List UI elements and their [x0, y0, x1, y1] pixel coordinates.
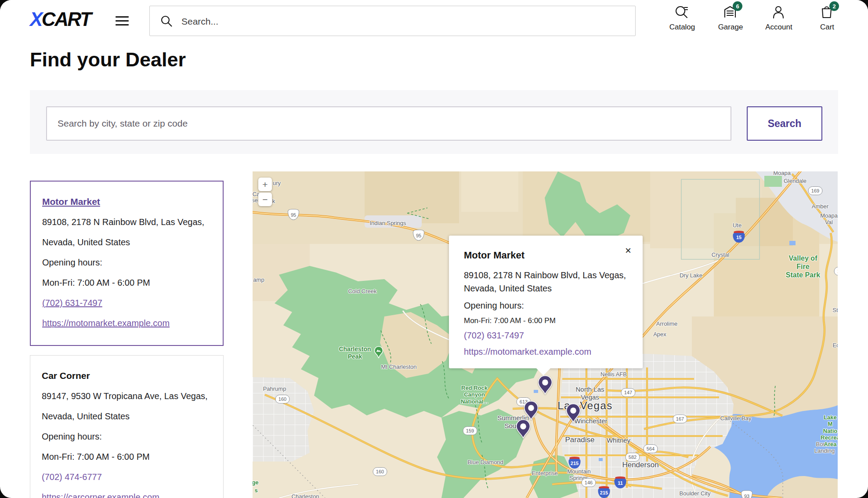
- dealer-search-button[interactable]: Search: [747, 106, 822, 141]
- xcart-logo[interactable]: XCART: [30, 10, 90, 29]
- dealer-hours: Mon-Fri: 7:00 AM - 6:00 PM: [42, 452, 212, 462]
- dealer-search-panel: Search: [30, 90, 838, 154]
- map[interactable]: + − Indian SpringsCold CreekMt Charlesto…: [253, 171, 838, 498]
- dealer-name-link[interactable]: Motor Market: [42, 196, 100, 207]
- dealer-address-line1: 89147, 9530 W Tropicana Ave, Las Vegas,: [42, 391, 212, 401]
- cart-icon: 2: [819, 5, 835, 20]
- route-shield-167: 167: [673, 414, 687, 423]
- nav-item-cart[interactable]: 2Cart: [813, 5, 842, 32]
- dealer-list: Motor Market89108, 2178 N Rainbow Blvd, …: [30, 181, 224, 498]
- dealer-hours-label: Opening hours:: [42, 258, 211, 268]
- dealer-name-link[interactable]: Car Corner: [42, 371, 90, 381]
- popup-tail: [536, 368, 551, 375]
- nav-item-garage[interactable]: 6Garage: [716, 5, 745, 32]
- zoom-out-button[interactable]: −: [258, 193, 272, 206]
- route-shield-169: 169: [808, 186, 823, 195]
- map-info-popup: × Motor Market 89108, 2178 N Rainbow Blv…: [449, 236, 643, 368]
- dealer-hours-label: Opening hours:: [42, 432, 212, 442]
- mountain-peak-icon: [374, 346, 383, 360]
- top-bar: XCART Catalog6GarageAccount2Cart: [0, 0, 868, 43]
- catalog-icon: [674, 5, 690, 20]
- zoom-in-button[interactable]: +: [258, 178, 272, 191]
- global-search: [149, 6, 636, 36]
- route-shield-564: 564: [644, 444, 658, 453]
- dealer-address-line1: 89108, 2178 N Rainbow Blvd, Las Vegas,: [42, 217, 211, 227]
- popup-dealer-name: Motor Market: [464, 250, 628, 261]
- route-shield-159: 159: [463, 426, 477, 435]
- nav-item-catalog[interactable]: Catalog: [668, 5, 697, 32]
- map-zoom-controls: + −: [258, 178, 272, 206]
- global-search-input[interactable]: [181, 6, 622, 36]
- dealer-hours: Mon-Fri: 7:00 AM - 6:00 PM: [42, 278, 211, 288]
- dealer-phone-link[interactable]: (702) 631-7497: [42, 298, 211, 308]
- route-shield-160: 160: [373, 467, 387, 476]
- dealer-locator-page: XCART Catalog6GarageAccount2Cart Find yo…: [0, 0, 868, 498]
- map-pin-1[interactable]: [538, 375, 553, 396]
- route-shield-146: 146: [582, 478, 596, 487]
- header-nav: Catalog6GarageAccount2Cart: [668, 5, 842, 32]
- dealer-website-link[interactable]: https://carcorner.example.com: [42, 492, 212, 498]
- dealer-address-line2: Nevada, United States: [42, 237, 211, 247]
- popup-address-line2: Nevada, United States: [464, 284, 552, 293]
- nav-badge: 2: [829, 1, 839, 11]
- logo-x: X: [30, 8, 42, 30]
- dealer-search-input[interactable]: [46, 106, 731, 141]
- map-pin-2[interactable]: [524, 401, 539, 422]
- map-pin-3[interactable]: [566, 403, 581, 425]
- route-shield-160: 160: [275, 395, 290, 403]
- popup-dealer-address: 89108, 2178 N Rainbow Blvd, Las Vegas,Ne…: [464, 269, 628, 295]
- search-icon: [160, 15, 173, 29]
- hamburger-menu-icon[interactable]: [116, 16, 129, 27]
- nav-item-label: Garage: [718, 23, 743, 32]
- account-icon: [771, 5, 787, 20]
- dealer-website-link[interactable]: https://motomarket.example.com: [42, 318, 211, 328]
- popup-address-line1: 89108, 2178 N Rainbow Blvd, Las Vegas,: [464, 270, 626, 280]
- page-title: Find your Dealer: [30, 48, 186, 71]
- nav-item-label: Account: [765, 23, 792, 32]
- dealer-address-line2: Nevada, United States: [42, 411, 212, 422]
- popup-hours-value: Mon-Fri: 7:00 AM - 6:00 PM: [464, 316, 628, 325]
- route-shield-582: 582: [626, 453, 640, 462]
- dealer-phone-link[interactable]: (702) 474-6777: [42, 472, 212, 482]
- popup-close-icon[interactable]: ×: [625, 245, 631, 256]
- route-shield-93: 93: [741, 491, 752, 498]
- map-pin-4[interactable]: [516, 419, 531, 440]
- route-shield-147: 147: [621, 388, 636, 397]
- dealer-card[interactable]: Motor Market89108, 2178 N Rainbow Blvd, …: [30, 181, 224, 346]
- popup-hours-label: Opening hours:: [464, 301, 628, 311]
- popup-website-link[interactable]: https://motomarket.example.com: [464, 347, 628, 357]
- dealer-card[interactable]: Car Corner89147, 9530 W Tropicana Ave, L…: [30, 355, 224, 498]
- logo-cart: CART: [42, 8, 90, 30]
- nav-item-account[interactable]: Account: [764, 5, 793, 32]
- garage-icon: 6: [723, 5, 738, 20]
- nav-item-label: Cart: [820, 23, 834, 32]
- nav-item-label: Catalog: [669, 23, 695, 32]
- nav-badge: 6: [733, 1, 742, 11]
- popup-phone-link[interactable]: (702) 631-7497: [464, 331, 628, 341]
